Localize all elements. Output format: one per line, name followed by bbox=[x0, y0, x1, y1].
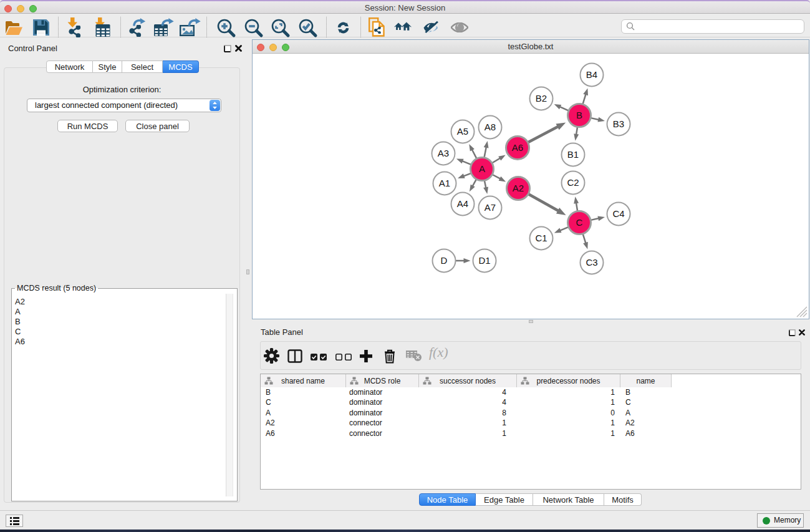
svg-text:D1: D1 bbox=[478, 255, 490, 266]
svg-text:C3: C3 bbox=[586, 257, 597, 268]
svg-text:A7: A7 bbox=[485, 202, 496, 213]
svg-text:A4: A4 bbox=[457, 198, 468, 209]
svg-text:C1: C1 bbox=[535, 233, 547, 243]
svg-text:A6: A6 bbox=[512, 142, 523, 153]
svg-text:B2: B2 bbox=[536, 93, 547, 104]
svg-text:A8: A8 bbox=[485, 122, 496, 132]
svg-text:A3: A3 bbox=[438, 148, 449, 158]
svg-text:A2: A2 bbox=[513, 183, 524, 193]
svg-text:B3: B3 bbox=[613, 118, 624, 129]
svg-text:A: A bbox=[479, 163, 485, 174]
svg-text:D: D bbox=[441, 255, 448, 266]
svg-text:B1: B1 bbox=[567, 149, 579, 160]
svg-text:B: B bbox=[576, 110, 582, 120]
svg-text:A1: A1 bbox=[439, 178, 450, 188]
svg-text:C: C bbox=[576, 217, 583, 228]
svg-text:C2: C2 bbox=[567, 177, 579, 188]
svg-text:B4: B4 bbox=[586, 69, 597, 80]
svg-text:C4: C4 bbox=[612, 208, 624, 219]
svg-text:A5: A5 bbox=[457, 126, 468, 137]
